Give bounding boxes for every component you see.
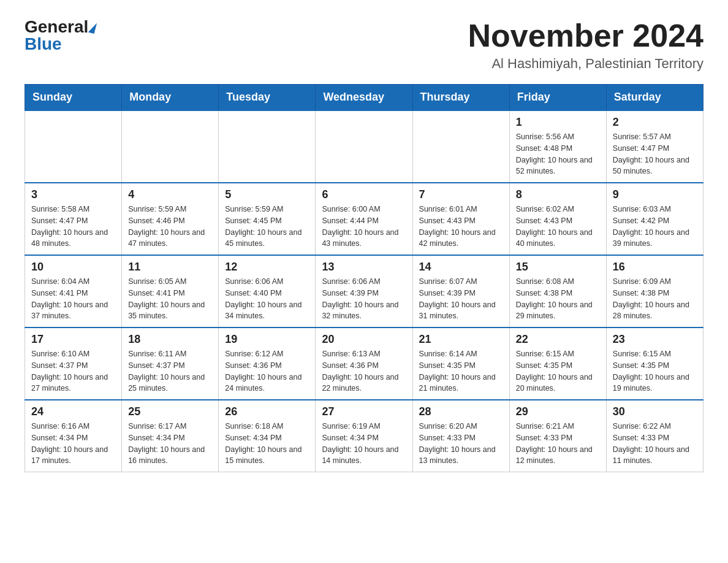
- day-number: 4: [128, 188, 212, 201]
- day-number: 21: [419, 333, 503, 346]
- week-row-2: 3Sunrise: 5:58 AMSunset: 4:47 PMDaylight…: [25, 183, 703, 255]
- header-friday: Friday: [509, 85, 606, 111]
- header-sunday: Sunday: [25, 85, 122, 111]
- header-tuesday: Tuesday: [219, 85, 316, 111]
- day-info: Sunrise: 6:15 AMSunset: 4:35 PMDaylight:…: [613, 348, 697, 394]
- day-number: 30: [613, 405, 697, 418]
- calendar-cell: 7Sunrise: 6:01 AMSunset: 4:43 PMDaylight…: [412, 183, 509, 255]
- calendar-cell: 5Sunrise: 5:59 AMSunset: 4:45 PMDaylight…: [219, 183, 316, 255]
- logo-triangle-icon: [88, 21, 97, 34]
- calendar-cell: 11Sunrise: 6:05 AMSunset: 4:41 PMDayligh…: [122, 255, 219, 327]
- calendar-cell: 26Sunrise: 6:18 AMSunset: 4:34 PMDayligh…: [219, 400, 316, 472]
- day-number: 23: [613, 333, 697, 346]
- header-monday: Monday: [122, 85, 219, 111]
- day-info: Sunrise: 6:01 AMSunset: 4:43 PMDaylight:…: [419, 204, 503, 250]
- calendar-cell: 19Sunrise: 6:12 AMSunset: 4:36 PMDayligh…: [219, 327, 316, 400]
- calendar-cell: 20Sunrise: 6:13 AMSunset: 4:36 PMDayligh…: [316, 327, 412, 400]
- calendar-cell: 21Sunrise: 6:14 AMSunset: 4:35 PMDayligh…: [412, 327, 509, 400]
- day-number: 8: [516, 188, 600, 201]
- day-number: 24: [31, 405, 115, 418]
- day-info: Sunrise: 5:58 AMSunset: 4:47 PMDaylight:…: [31, 204, 115, 250]
- calendar-cell: 14Sunrise: 6:07 AMSunset: 4:39 PMDayligh…: [412, 255, 509, 327]
- calendar-cell: 29Sunrise: 6:21 AMSunset: 4:33 PMDayligh…: [509, 400, 606, 472]
- day-info: Sunrise: 5:59 AMSunset: 4:45 PMDaylight:…: [225, 204, 309, 250]
- day-info: Sunrise: 6:04 AMSunset: 4:41 PMDaylight:…: [31, 276, 115, 322]
- day-info: Sunrise: 6:11 AMSunset: 4:37 PMDaylight:…: [128, 348, 212, 394]
- day-info: Sunrise: 6:15 AMSunset: 4:35 PMDaylight:…: [516, 348, 600, 394]
- day-info: Sunrise: 6:16 AMSunset: 4:34 PMDaylight:…: [31, 421, 115, 467]
- day-info: Sunrise: 6:22 AMSunset: 4:33 PMDaylight:…: [613, 421, 697, 467]
- day-number: 25: [128, 405, 212, 418]
- day-number: 14: [419, 261, 503, 274]
- day-number: 1: [516, 116, 600, 129]
- calendar-cell: [122, 110, 219, 183]
- calendar-cell: 17Sunrise: 6:10 AMSunset: 4:37 PMDayligh…: [25, 327, 122, 400]
- calendar-cell: 3Sunrise: 5:58 AMSunset: 4:47 PMDaylight…: [25, 183, 122, 255]
- header-thursday: Thursday: [412, 85, 509, 111]
- day-info: Sunrise: 5:56 AMSunset: 4:48 PMDaylight:…: [516, 131, 600, 177]
- calendar-cell: 15Sunrise: 6:08 AMSunset: 4:38 PMDayligh…: [509, 255, 606, 327]
- calendar-cell: [316, 110, 412, 183]
- day-number: 11: [128, 261, 212, 274]
- day-info: Sunrise: 6:10 AMSunset: 4:37 PMDaylight:…: [31, 348, 115, 394]
- calendar-cell: 6Sunrise: 6:00 AMSunset: 4:44 PMDaylight…: [316, 183, 412, 255]
- calendar-cell: 25Sunrise: 6:17 AMSunset: 4:34 PMDayligh…: [122, 400, 219, 472]
- day-number: 16: [613, 261, 697, 274]
- calendar-cell: 16Sunrise: 6:09 AMSunset: 4:38 PMDayligh…: [606, 255, 703, 327]
- logo-general-line: General: [25, 18, 96, 36]
- calendar-cell: 12Sunrise: 6:06 AMSunset: 4:40 PMDayligh…: [219, 255, 316, 327]
- calendar-cell: 22Sunrise: 6:15 AMSunset: 4:35 PMDayligh…: [509, 327, 606, 400]
- day-number: 12: [225, 261, 309, 274]
- day-info: Sunrise: 6:07 AMSunset: 4:39 PMDaylight:…: [419, 276, 503, 322]
- calendar-cell: 8Sunrise: 6:02 AMSunset: 4:43 PMDaylight…: [509, 183, 606, 255]
- calendar-cell: [412, 110, 509, 183]
- page-header: General Blue November 2024 Al Hashimiyah…: [25, 18, 703, 72]
- calendar-cell: 18Sunrise: 6:11 AMSunset: 4:37 PMDayligh…: [122, 327, 219, 400]
- day-info: Sunrise: 6:18 AMSunset: 4:34 PMDaylight:…: [225, 421, 309, 467]
- calendar-cell: 13Sunrise: 6:06 AMSunset: 4:39 PMDayligh…: [316, 255, 412, 327]
- day-info: Sunrise: 6:13 AMSunset: 4:36 PMDaylight:…: [322, 348, 406, 394]
- day-info: Sunrise: 6:20 AMSunset: 4:33 PMDaylight:…: [419, 421, 503, 467]
- day-number: 22: [516, 333, 600, 346]
- day-number: 28: [419, 405, 503, 418]
- calendar-cell: [25, 110, 122, 183]
- day-info: Sunrise: 5:57 AMSunset: 4:47 PMDaylight:…: [613, 131, 697, 177]
- day-info: Sunrise: 6:06 AMSunset: 4:39 PMDaylight:…: [322, 276, 406, 322]
- calendar-cell: [219, 110, 316, 183]
- day-info: Sunrise: 6:08 AMSunset: 4:38 PMDaylight:…: [516, 276, 600, 322]
- day-number: 17: [31, 333, 115, 346]
- day-number: 15: [516, 261, 600, 274]
- day-number: 3: [31, 188, 115, 201]
- day-number: 13: [322, 261, 406, 274]
- subtitle: Al Hashimiyah, Palestinian Territory: [468, 56, 703, 72]
- calendar-cell: 27Sunrise: 6:19 AMSunset: 4:34 PMDayligh…: [316, 400, 412, 472]
- header-wednesday: Wednesday: [316, 85, 412, 111]
- day-info: Sunrise: 5:59 AMSunset: 4:46 PMDaylight:…: [128, 204, 212, 250]
- week-row-5: 24Sunrise: 6:16 AMSunset: 4:34 PMDayligh…: [25, 400, 703, 472]
- day-number: 2: [613, 116, 697, 129]
- week-row-4: 17Sunrise: 6:10 AMSunset: 4:37 PMDayligh…: [25, 327, 703, 400]
- day-number: 26: [225, 405, 309, 418]
- week-row-3: 10Sunrise: 6:04 AMSunset: 4:41 PMDayligh…: [25, 255, 703, 327]
- calendar-table: SundayMondayTuesdayWednesdayThursdayFrid…: [25, 84, 703, 472]
- day-number: 19: [225, 333, 309, 346]
- calendar-cell: 1Sunrise: 5:56 AMSunset: 4:48 PMDaylight…: [509, 110, 606, 183]
- calendar-cell: 9Sunrise: 6:03 AMSunset: 4:42 PMDaylight…: [606, 183, 703, 255]
- day-number: 7: [419, 188, 503, 201]
- day-info: Sunrise: 6:19 AMSunset: 4:34 PMDaylight:…: [322, 421, 406, 467]
- logo: General Blue: [25, 18, 96, 53]
- calendar-cell: 28Sunrise: 6:20 AMSunset: 4:33 PMDayligh…: [412, 400, 509, 472]
- day-info: Sunrise: 6:17 AMSunset: 4:34 PMDaylight:…: [128, 421, 212, 467]
- logo-general-text: General: [25, 17, 88, 36]
- day-info: Sunrise: 6:14 AMSunset: 4:35 PMDaylight:…: [419, 348, 503, 394]
- day-info: Sunrise: 6:02 AMSunset: 4:43 PMDaylight:…: [516, 204, 600, 250]
- calendar-cell: 23Sunrise: 6:15 AMSunset: 4:35 PMDayligh…: [606, 327, 703, 400]
- day-number: 18: [128, 333, 212, 346]
- day-info: Sunrise: 6:00 AMSunset: 4:44 PMDaylight:…: [322, 204, 406, 250]
- day-number: 6: [322, 188, 406, 201]
- week-row-1: 1Sunrise: 5:56 AMSunset: 4:48 PMDaylight…: [25, 110, 703, 183]
- day-info: Sunrise: 6:21 AMSunset: 4:33 PMDaylight:…: [516, 421, 600, 467]
- day-info: Sunrise: 6:09 AMSunset: 4:38 PMDaylight:…: [613, 276, 697, 322]
- calendar-cell: 4Sunrise: 5:59 AMSunset: 4:46 PMDaylight…: [122, 183, 219, 255]
- day-number: 20: [322, 333, 406, 346]
